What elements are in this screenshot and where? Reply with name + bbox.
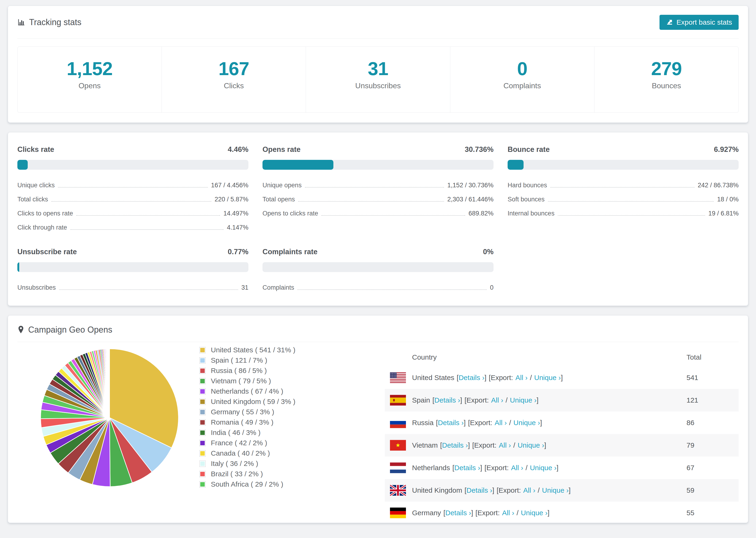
legend-item[interactable]: Russia ( 86 / 5% ) (199, 365, 350, 376)
country-name: United Kingdom (412, 486, 462, 494)
legend-item[interactable]: Canada ( 40 / 2% ) (199, 448, 350, 458)
stat-card: 1,152 Opens (18, 47, 162, 112)
metric-row: Unsubscribes 31 (17, 279, 248, 293)
metric-label: Unique opens (262, 182, 302, 190)
stat-card: 279 Bounces (594, 47, 738, 112)
geo-legend: United States ( 541 / 31% ) Spain ( 121 … (199, 345, 350, 489)
stat-value: 1,152 (67, 58, 112, 79)
stat-value: 31 (368, 58, 388, 79)
metric-label: Hard bounces (508, 182, 547, 190)
rate-panel: Clicks rate 4.46% Unique clicks 167 / 4.… (17, 145, 248, 233)
geo-section-title: Campaign Geo Opens (28, 325, 112, 335)
country-cell: Russia[Details ›][Export:All ›/Unique ›] (412, 419, 542, 427)
country-total: 79 (686, 441, 738, 449)
legend-item[interactable]: Brazil ( 33 / 2% ) (199, 469, 350, 479)
rate-panel: Unsubscribe rate 0.77% Unsubscribes 31 (17, 248, 248, 293)
geo-body: United States ( 541 / 31% ) Spain ( 121 … (17, 342, 739, 523)
export-unique-link[interactable]: Unique › (542, 486, 568, 494)
stat-card: 167 Clicks (162, 47, 306, 112)
legend-swatch-icon (199, 471, 206, 477)
metric-row: Opens to clicks rate 689.82% (262, 204, 494, 219)
legend-label: Germany ( 55 / 3% ) (211, 408, 274, 416)
legend-item[interactable]: Vietnam ( 79 / 5% ) (199, 376, 350, 386)
geo-table-row: Russia[Details ›][Export:All ›/Unique ›]… (385, 411, 739, 434)
legend-item[interactable]: Italy ( 36 / 2% ) (199, 458, 350, 469)
export-unique-link[interactable]: Unique › (513, 419, 540, 426)
legend-label: Netherlands ( 67 / 4% ) (211, 387, 283, 395)
legend-item[interactable]: France ( 42 / 2% ) (199, 438, 350, 448)
export-icon (666, 18, 673, 27)
metric-row: Hard bounces 242 / 86.738% (508, 176, 739, 190)
details-link[interactable]: Details › (438, 419, 464, 426)
export-all-link[interactable]: All › (523, 486, 536, 494)
legend-item[interactable]: Netherlands ( 67 / 4% ) (199, 386, 350, 397)
metric-value: 18 / 0% (717, 196, 739, 204)
metric-rows: Unique opens 1,152 / 30.736% Total opens… (262, 176, 494, 219)
export-unique-link[interactable]: Unique › (534, 374, 561, 381)
metric-value: 1,152 / 30.736% (447, 182, 494, 190)
details-link[interactable]: Details › (445, 509, 471, 517)
dotted-leader (59, 290, 238, 290)
export-unique-link[interactable]: Unique › (518, 441, 544, 449)
rate-title: Complaints rate (262, 248, 317, 256)
export-all-link[interactable]: All › (502, 509, 514, 517)
geo-table-body: United States[Details ›][Export:All ›/Un… (385, 366, 739, 523)
country-cell: Netherlands[Details ›][Export:All ›/Uniq… (412, 464, 559, 472)
country-cell: United Kingdom[Details ›][Export:All ›/U… (412, 486, 570, 494)
flag-gb-icon (390, 485, 406, 496)
stat-label: Complaints (503, 81, 541, 90)
legend-item[interactable]: United States ( 541 / 31% ) (199, 345, 350, 355)
flag-us-icon (390, 372, 406, 383)
dotted-leader (76, 215, 220, 216)
export-all-link[interactable]: All › (515, 374, 527, 381)
details-link[interactable]: Details › (442, 441, 468, 449)
export-all-link[interactable]: All › (499, 441, 511, 449)
legend-item[interactable]: Germany ( 55 / 3% ) (199, 407, 350, 417)
export-unique-link[interactable]: Unique › (530, 464, 557, 471)
legend-item[interactable]: South Africa ( 29 / 2% ) (199, 479, 350, 489)
details-link[interactable]: Details › (434, 396, 460, 404)
dotted-leader (558, 215, 705, 216)
rate-panel-header: Opens rate 30.736% (262, 145, 494, 155)
metric-value: 4.147% (227, 224, 248, 233)
export-all-link[interactable]: All › (491, 396, 503, 404)
legend-label: Russia ( 86 / 5% ) (211, 367, 267, 375)
legend-item[interactable]: India ( 46 / 3% ) (199, 427, 350, 438)
rates-grid: Clicks rate 4.46% Unique clicks 167 / 4.… (17, 145, 739, 293)
export-unique-link[interactable]: Unique › (510, 396, 536, 404)
details-link[interactable]: Details › (454, 464, 480, 471)
metric-row: Unique clicks 167 / 4.456% (17, 176, 248, 190)
country-name: Russia (412, 419, 434, 426)
rate-value: 4.46% (228, 145, 248, 154)
dotted-leader (550, 187, 694, 188)
legend-swatch-icon (199, 419, 206, 426)
details-link[interactable]: Details › (466, 486, 492, 494)
export-unique-link[interactable]: Unique › (521, 509, 547, 517)
pie-slice[interactable] (109, 349, 110, 418)
geo-table-row: Spain[Details ›][Export:All ›/Unique ›] … (385, 389, 739, 411)
export-all-link[interactable]: All › (495, 419, 507, 426)
flag-de-icon (390, 508, 406, 518)
metric-label: Total clicks (17, 196, 48, 204)
export-basic-stats-button[interactable]: Export basic stats (660, 15, 739, 30)
metric-rows: Unsubscribes 31 (17, 279, 248, 293)
metric-value: 220 / 5.87% (215, 196, 248, 204)
progress-bar-fill (17, 160, 28, 170)
metric-row: Complaints 0 (262, 279, 494, 293)
progress-bar-track (508, 160, 739, 170)
export-all-link[interactable]: All › (511, 464, 523, 471)
legend-item[interactable]: Romania ( 49 / 3% ) (199, 417, 350, 427)
legend-label: Romania ( 49 / 3% ) (211, 418, 274, 426)
stat-card: 0 Complaints (450, 47, 594, 112)
legend-item[interactable]: United Kingdom ( 59 / 3% ) (199, 397, 350, 407)
country-cell: Germany[Details ›][Export:All ›/Unique ›… (412, 509, 549, 517)
details-link[interactable]: Details › (459, 374, 484, 381)
legend-label: Canada ( 40 / 2% ) (211, 449, 270, 457)
legend-swatch-icon (199, 481, 206, 488)
legend-item[interactable]: Spain ( 121 / 7% ) (199, 355, 350, 365)
progress-bar-track (262, 160, 494, 170)
progress-bar-fill (508, 160, 523, 170)
metric-label: Unique clicks (17, 182, 55, 190)
geo-pie-chart[interactable] (37, 346, 182, 491)
metric-value: 14.497% (223, 210, 248, 219)
